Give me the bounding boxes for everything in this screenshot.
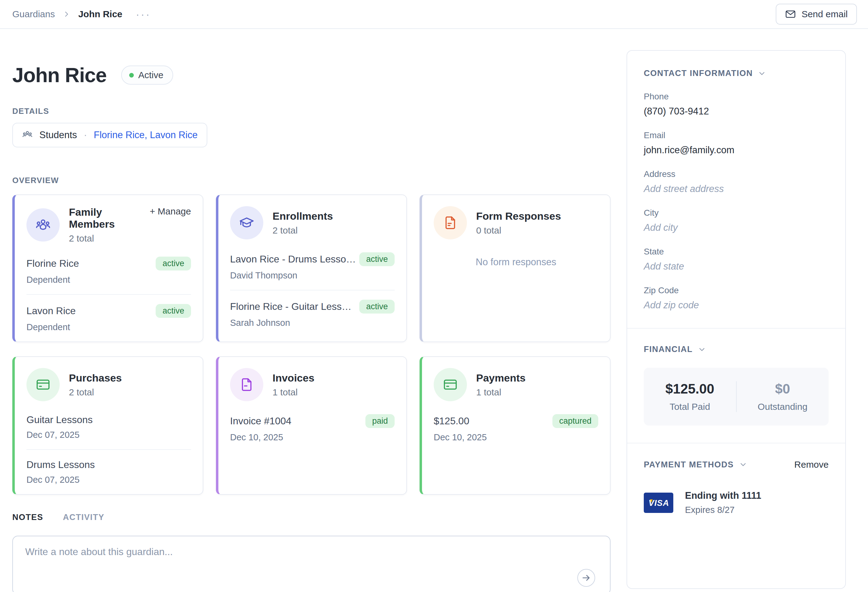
credit-card-icon: [434, 368, 467, 401]
status-badge: active: [156, 304, 191, 318]
state-field[interactable]: Add state: [644, 261, 829, 272]
svg-text:VISA: VISA: [648, 499, 669, 508]
state-label: State: [644, 247, 829, 257]
visa-logo-icon: VISA: [644, 493, 673, 513]
card-title: Purchases: [69, 372, 122, 384]
financial-summary: $125.00 Total Paid $0 Outstanding: [644, 368, 829, 426]
purchase-row[interactable]: Drums Lessons Dec 07, 2025: [27, 459, 191, 485]
page-title: John Rice: [12, 64, 106, 87]
purchases-card: Purchases 2 total Guitar Lessons Dec 07,…: [12, 356, 203, 495]
card-total: 0 total: [476, 225, 561, 236]
purchase-row[interactable]: Guitar Lessons Dec 07, 2025: [27, 414, 191, 440]
tab-notes[interactable]: NOTES: [12, 513, 43, 522]
overview-cards-grid: Family Members 2 total + Manage Florine …: [12, 194, 611, 495]
users-icon: [27, 208, 60, 241]
status-badge: Active: [121, 65, 173, 84]
zip-code-field[interactable]: Add zip code: [644, 300, 829, 311]
chevron-down-icon: [698, 345, 706, 354]
chevron-down-icon: [757, 69, 766, 78]
manage-family-button[interactable]: + Manage: [150, 206, 191, 217]
payments-card: Payments 1 total $125.00 captured Dec 10…: [419, 356, 611, 495]
empty-state-text: No form responses: [434, 257, 598, 268]
payment-row[interactable]: $125.00 captured Dec 10, 2025: [434, 414, 598, 443]
city-label: City: [644, 208, 829, 218]
phone-value[interactable]: (870) 703-9412: [644, 106, 829, 117]
status-badge: active: [359, 252, 395, 266]
students-chip-label: Students: [39, 130, 77, 141]
status-badge-label: Active: [138, 70, 163, 80]
family-member-row[interactable]: Lavon Rice active Dependent: [27, 304, 191, 332]
outstanding-amount: $0: [737, 381, 829, 397]
students-chip: Students · Florine Rice, Lavon Rice: [12, 123, 207, 147]
divider: [627, 328, 845, 329]
email-value[interactable]: john.rice@family.com: [644, 145, 829, 156]
card-total: 1 total: [476, 387, 526, 398]
card-total: 2 total: [69, 387, 122, 398]
breadcrumb: Guardians John Rice ···: [12, 8, 151, 20]
chip-separator: ·: [84, 130, 87, 141]
enrollment-row[interactable]: Florine Rice - Guitar Less… active Sarah…: [230, 300, 395, 328]
card-title: Payments: [476, 372, 526, 384]
file-text-icon: [434, 206, 467, 240]
arrow-right-icon: [581, 573, 591, 583]
divider: [27, 294, 191, 295]
card-total: 1 total: [273, 387, 314, 398]
status-badge: active: [359, 300, 395, 314]
divider: [627, 443, 845, 443]
card-title: Form Responses: [476, 210, 561, 222]
envelope-icon: [785, 9, 796, 20]
card-ending-text: Ending with 1111: [685, 490, 761, 501]
tab-activity[interactable]: ACTIVITY: [63, 513, 105, 522]
note-input[interactable]: [12, 536, 611, 592]
main-content: John Rice Active DETAILS Students · Flor…: [12, 29, 611, 592]
card-total: 2 total: [273, 225, 333, 236]
details-section-label: DETAILS: [12, 107, 611, 116]
form-responses-card: Form Responses 0 total No form responses: [419, 194, 611, 342]
card-title: Enrollments: [273, 210, 333, 222]
top-bar: Guardians John Rice ··· Send email: [0, 0, 868, 29]
send-email-button[interactable]: Send email: [776, 4, 857, 25]
users-icon: [22, 130, 32, 140]
address-label: Address: [644, 169, 829, 179]
city-field[interactable]: Add city: [644, 222, 829, 233]
breadcrumb-current: John Rice: [78, 9, 122, 19]
more-options-icon[interactable]: ···: [136, 8, 151, 20]
total-paid-label: Total Paid: [644, 401, 736, 412]
card-title: Invoices: [273, 372, 314, 384]
outstanding-label: Outstanding: [737, 401, 829, 412]
right-sidebar: CONTACT INFORMATION Phone (870) 703-9412…: [627, 50, 846, 589]
invoice-row[interactable]: Invoice #1004 paid Dec 10, 2025: [230, 414, 395, 443]
total-paid-amount: $125.00: [644, 381, 736, 397]
family-member-row[interactable]: Florine Rice active Dependent: [27, 257, 191, 285]
divider: [27, 449, 191, 450]
email-label: Email: [644, 130, 829, 140]
students-link[interactable]: Florine Rice, Lavon Rice: [94, 130, 198, 141]
divider: [230, 290, 395, 290]
status-badge: active: [156, 257, 191, 271]
card-total: 2 total: [69, 233, 140, 244]
enrollments-card: Enrollments 2 total Lavon Rice - Drums L…: [216, 194, 407, 342]
payment-methods-header[interactable]: PAYMENT METHODS: [644, 460, 747, 469]
chevron-down-icon: [739, 460, 747, 469]
payment-method-item: VISA Ending with 1111 Expires 8/27: [644, 490, 829, 515]
card-title: Family Members: [69, 206, 140, 230]
address-field[interactable]: Add street address: [644, 184, 829, 194]
status-badge: captured: [552, 414, 598, 428]
phone-label: Phone: [644, 92, 829, 102]
family-members-card: Family Members 2 total + Manage Florine …: [12, 194, 203, 342]
graduation-cap-icon: [230, 206, 263, 240]
chevron-right-icon: [63, 10, 70, 18]
breadcrumb-guardians[interactable]: Guardians: [12, 9, 55, 19]
financial-header[interactable]: FINANCIAL: [644, 345, 829, 354]
status-badge: paid: [365, 414, 395, 428]
remove-payment-method-button[interactable]: Remove: [794, 459, 829, 470]
send-email-label: Send email: [802, 9, 848, 19]
file-text-icon: [230, 368, 263, 401]
zip-code-label: Zip Code: [644, 286, 829, 295]
enrollment-row[interactable]: Lavon Rice - Drums Lesso… active David T…: [230, 252, 395, 281]
submit-note-button[interactable]: [577, 569, 595, 587]
notes-activity-tabs: NOTES ACTIVITY: [12, 513, 611, 522]
status-dot-icon: [129, 73, 134, 77]
invoices-card: Invoices 1 total Invoice #1004 paid Dec …: [216, 356, 407, 495]
contact-information-header[interactable]: CONTACT INFORMATION: [644, 69, 829, 78]
